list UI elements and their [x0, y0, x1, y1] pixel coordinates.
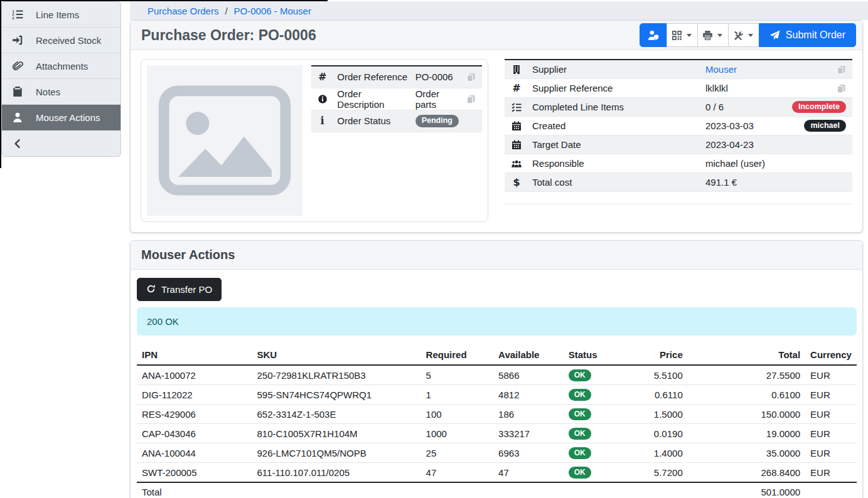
- copy-icon: [837, 64, 846, 75]
- footer-total-value: 501.0000: [688, 482, 805, 498]
- column-header-currency: Currency: [805, 347, 857, 365]
- detail-row: Completed Line Items 0 / 6 Incomplete: [505, 97, 852, 116]
- cell-status: OK: [564, 385, 623, 405]
- user-icon: [11, 112, 24, 123]
- print-actions-button[interactable]: [697, 23, 729, 47]
- cell-status: OK: [564, 405, 623, 424]
- supplier-link[interactable]: Mouser: [705, 64, 737, 75]
- ok-status-badge: OK: [569, 428, 591, 440]
- detail-value: PO-0006: [415, 72, 453, 82]
- mouser-actions-body: Transfer PO 200 OK IPNSKURequiredAvailab…: [131, 270, 862, 498]
- cell-total: 19.0000: [688, 424, 805, 443]
- cell-sku: 250-72981KLRATR150B3: [252, 365, 421, 385]
- cell-available: 4812: [493, 385, 564, 405]
- column-header-status: Status: [564, 347, 623, 365]
- wrench-icon: [733, 30, 744, 41]
- submit-order-button[interactable]: Submit Order: [759, 23, 856, 47]
- cell-currency: EUR: [805, 365, 857, 385]
- cell-sku: 611-110.107.011/0205: [252, 463, 421, 483]
- page-title: Purchase Order: PO-0006: [141, 27, 316, 44]
- order-actions-button[interactable]: [728, 23, 759, 47]
- detail-row: Supplier Mouser: [505, 60, 852, 78]
- image-icon: [158, 85, 292, 196]
- cell-sku: 595-SN74HCS74QPWRQ1: [252, 385, 421, 405]
- cell-status: OK: [564, 424, 623, 443]
- cell-ipn: ANA-100072: [137, 365, 252, 385]
- supplier-detail-column: Supplier Mouser # Supplier Reference lkl…: [505, 59, 852, 222]
- mouser-actions-header: Mouser Actions: [131, 241, 862, 270]
- table-footer-row: Total 501.0000: [137, 482, 857, 498]
- copy-icon: [466, 72, 476, 82]
- transfer-status-text: 200 OK: [147, 316, 179, 327]
- user-shield-button[interactable]: [640, 23, 667, 47]
- detail-row: Created 2023-03-03 michael: [505, 116, 852, 135]
- detail-label: Supplier Reference: [528, 78, 702, 97]
- printer-icon: [702, 30, 713, 41]
- status-badge: Pending: [415, 115, 459, 127]
- sidebar-item-mouser-actions[interactable]: Mouser Actions: [2, 105, 121, 130]
- detail-value: 491.1 €: [705, 177, 737, 188]
- detail-row: # Order Reference PO-0006: [311, 66, 482, 88]
- barcode-actions-button[interactable]: [667, 23, 698, 47]
- order-image-placeholder: [147, 65, 303, 216]
- cell-required: 5: [421, 365, 494, 385]
- table-row: RES-429006 652-3314Z-1-503E 100 186 OK 1…: [137, 405, 857, 424]
- cell-price: 0.0190: [623, 424, 688, 443]
- footer-total-label: Total: [137, 482, 688, 498]
- purchase-order-header: Purchase Order: PO-0006 Submit Order: [131, 21, 862, 50]
- breadcrumb-link[interactable]: PO-0006 - Mouser: [234, 6, 311, 16]
- detail-label: Target Date: [528, 135, 702, 154]
- sidebar-item-label: Mouser Actions: [36, 112, 100, 123]
- cell-ipn: ANA-100044: [137, 443, 252, 463]
- order-detail-card: # Order Reference PO-0006 Order Descript…: [141, 59, 488, 222]
- cell-total: 0.6100: [688, 385, 805, 405]
- column-header-available: Available: [493, 347, 564, 365]
- user-shield-icon: [647, 29, 660, 41]
- caret-down-icon: [747, 32, 754, 38]
- sidebar-item-notes[interactable]: Notes: [2, 79, 121, 105]
- hash-icon: #: [318, 72, 326, 82]
- detail-row: Responsible michael (user): [505, 154, 852, 172]
- detail-row: # Supplier Reference lklklkl: [505, 78, 852, 97]
- sidebar-item-attachments[interactable]: Attachments: [2, 53, 121, 79]
- cell-total: 150.0000: [688, 405, 805, 424]
- cell-required: 25: [421, 443, 494, 463]
- sidebar-item-line-items[interactable]: 123Line Items: [2, 2, 121, 28]
- qrcode-icon: [672, 30, 682, 41]
- sidebar-item-received-stock[interactable]: Received Stock: [2, 28, 121, 53]
- breadcrumb: Purchase Orders/PO-0006 - Mouser: [130, 1, 868, 20]
- cell-price: 1.4000: [623, 443, 688, 463]
- detail-label: Supplier: [528, 60, 702, 78]
- status-badge: michael: [804, 120, 846, 132]
- detail-label: Created: [528, 116, 702, 135]
- paper-plane-icon: [769, 30, 780, 41]
- detail-label: Total cost: [528, 172, 702, 191]
- breadcrumb-link[interactable]: Purchase Orders: [147, 6, 218, 16]
- breadcrumb-separator: /: [225, 6, 227, 16]
- detail-value: michael (user): [705, 158, 765, 169]
- cell-ipn: RES-429006: [137, 405, 252, 424]
- column-header-ipn: IPN: [137, 347, 252, 365]
- circle-info-icon: [318, 93, 328, 104]
- column-header-required: Required: [421, 347, 494, 365]
- submit-order-label: Submit Order: [786, 29, 845, 41]
- transfer-po-label: Transfer PO: [161, 284, 212, 295]
- cell-total: 35.0000: [688, 443, 805, 463]
- calendar-icon: [512, 139, 522, 150]
- detail-value: lklklkl: [705, 83, 728, 93]
- detail-row-empty: [505, 191, 852, 204]
- table-row: ANA-100072 250-72981KLRATR150B3 5 5866 O…: [137, 365, 857, 385]
- transfer-po-button[interactable]: Transfer PO: [137, 278, 222, 301]
- table-row: SWT-200005 611-110.107.011/0205 47 47 OK…: [137, 463, 857, 483]
- detail-label: Order Description: [333, 88, 411, 110]
- rotate-icon: [146, 284, 156, 295]
- hash-icon: #: [512, 83, 520, 93]
- detail-value: 2023-04-23: [705, 139, 754, 150]
- detail-label: Order Reference: [333, 66, 411, 88]
- detail-value: 0 / 6: [705, 102, 724, 112]
- header-action-buttons: Submit Order: [640, 23, 856, 47]
- ok-status-badge: OK: [569, 369, 591, 381]
- sign-in-icon: [11, 34, 24, 46]
- sidebar-collapse-button[interactable]: [2, 130, 121, 156]
- users-icon: [512, 158, 522, 169]
